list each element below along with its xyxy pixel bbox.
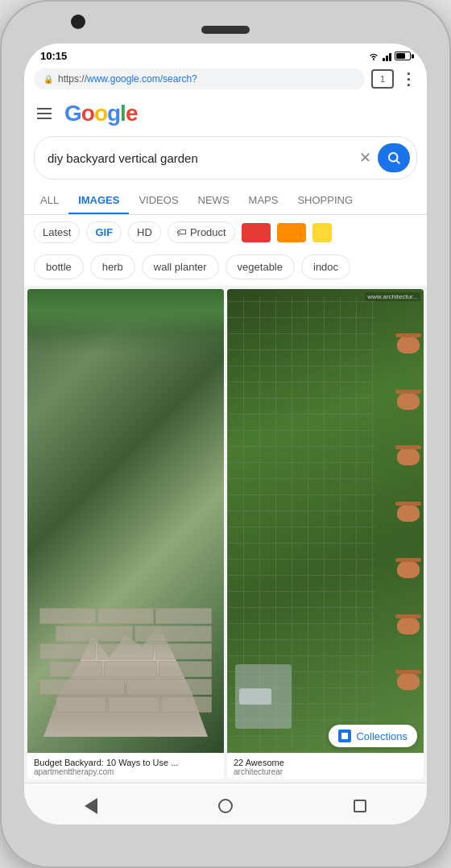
image-2: www.architectur... <box>227 289 424 753</box>
speaker-icon <box>201 26 250 34</box>
phone-screen: 10:15 <box>24 43 427 825</box>
search-clear-button[interactable]: ✕ <box>359 149 371 167</box>
tab-images[interactable]: IMAGES <box>68 186 129 214</box>
address-bar[interactable]: 🔒 https://www.google.com/search? <box>34 68 365 89</box>
lock-icon: 🔒 <box>43 75 53 84</box>
cinder-blocks-decoration <box>39 608 212 737</box>
chip-indoor[interactable]: indoc <box>301 254 350 279</box>
address-text: https://www.google.com/search? <box>58 73 355 85</box>
chips-row: bottle herb wall planter vegetable indoc <box>24 250 427 286</box>
tab-videos[interactable]: VIDEOS <box>129 186 188 214</box>
product-tag-icon: 🏷 <box>176 226 187 238</box>
color-filter-yellow[interactable] <box>312 223 332 242</box>
image-card-1[interactable]: Budget Backyard: 10 Ways to Use ... apar… <box>27 289 224 779</box>
nav-back-button[interactable] <box>80 795 102 817</box>
image-caption-1: Budget Backyard: 10 Ways to Use ... apar… <box>27 753 224 779</box>
status-bar: 10:15 <box>24 43 427 65</box>
caption-title-2: 22 Awesome <box>234 758 417 767</box>
address-domain: www.google.com <box>87 73 160 85</box>
phone-frame: 10:15 <box>0 0 451 868</box>
tab-all[interactable]: ALL <box>31 186 68 214</box>
search-bar-container: diy backyard vertical garden ✕ <box>24 133 427 186</box>
image-2-source-overlay: www.architectur... <box>365 292 420 301</box>
image-caption-2: 22 Awesome architecturear <box>227 753 424 779</box>
address-bar-container: 🔒 https://www.google.com/search? 1 ⋮ <box>24 65 427 94</box>
product-label: Product <box>190 226 226 238</box>
chip-wall-planter[interactable]: wall planter <box>142 254 219 279</box>
home-icon <box>218 799 233 813</box>
image-grid: Budget Backyard: 10 Ways to Use ... apar… <box>24 286 427 783</box>
caption-title-1: Budget Backyard: 10 Ways to Use ... <box>34 758 217 767</box>
filter-gif[interactable]: GIF <box>86 221 122 243</box>
caption-source-2: architecturear <box>234 767 417 776</box>
tab-count-button[interactable]: 1 <box>371 69 394 89</box>
caption-source-1: apartmenttherapy.com <box>34 767 217 776</box>
bottom-nav <box>24 783 427 825</box>
filter-product[interactable]: 🏷 Product <box>168 221 235 243</box>
tab-maps[interactable]: MAPS <box>239 186 288 214</box>
google-header: Google <box>24 94 427 133</box>
recent-icon <box>354 800 366 812</box>
tab-news[interactable]: NEWS <box>188 186 239 214</box>
search-query: diy backyard vertical garden <box>48 151 353 165</box>
nav-home-button[interactable] <box>214 795 237 817</box>
wifi-icon <box>368 52 379 60</box>
collections-button[interactable]: Collections <box>329 725 417 747</box>
collections-label: Collections <box>356 730 408 742</box>
pots-decoration <box>375 297 424 729</box>
search-bar[interactable]: diy backyard vertical garden ✕ <box>34 136 417 180</box>
filter-latest[interactable]: Latest <box>34 221 80 243</box>
status-icons <box>368 52 411 61</box>
image-1 <box>27 289 224 753</box>
back-icon <box>85 798 97 814</box>
signal-icon <box>383 52 391 61</box>
collections-icon <box>338 730 351 742</box>
chip-vegetable[interactable]: vegetable <box>226 254 295 279</box>
status-time: 10:15 <box>40 50 67 62</box>
filter-row: Latest GIF HD 🏷 Product <box>24 215 427 250</box>
tab-shopping[interactable]: SHOPPING <box>288 186 362 214</box>
more-menu-button[interactable]: ⋮ <box>400 69 417 89</box>
chip-herb[interactable]: herb <box>90 254 135 279</box>
color-filter-red[interactable] <box>242 223 271 242</box>
chip-bottle[interactable]: bottle <box>34 254 84 279</box>
nav-recent-button[interactable] <box>349 795 371 817</box>
search-icon <box>387 151 401 165</box>
google-logo: Google <box>64 101 137 126</box>
foliage-top <box>27 289 224 353</box>
battery-icon <box>395 52 411 60</box>
camera-icon <box>71 14 85 29</box>
color-filter-orange[interactable] <box>277 223 306 242</box>
hamburger-icon[interactable] <box>37 108 52 119</box>
search-tabs: ALL IMAGES VIDEOS NEWS MAPS SHOPPING <box>24 186 427 215</box>
image-card-2[interactable]: www.architectur... 22 Awesome architectu… <box>227 289 424 779</box>
filter-hd[interactable]: HD <box>128 221 161 243</box>
search-submit-button[interactable] <box>378 143 410 172</box>
